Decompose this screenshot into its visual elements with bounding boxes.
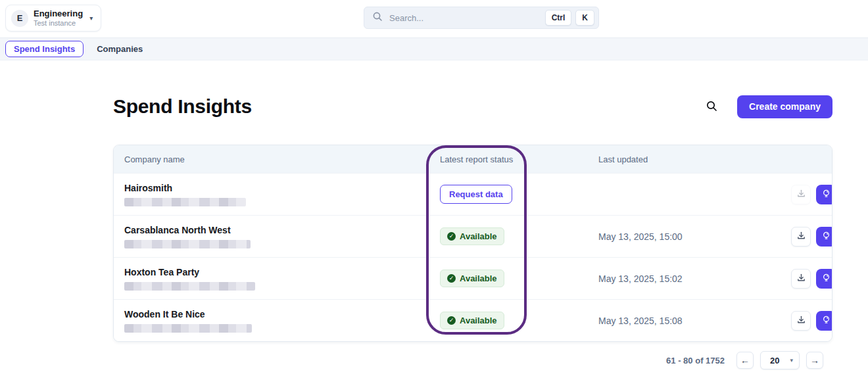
table-header-row: Company name Latest report status Last u… — [114, 145, 832, 173]
org-switcher[interactable]: E Engineering Test instance ▾ — [5, 5, 101, 32]
check-circle-icon: ✓ — [447, 274, 456, 283]
redacted-address — [124, 324, 252, 333]
app-root: E Engineering Test instance ▾ Search... … — [0, 0, 868, 378]
view-insights-button[interactable] — [816, 311, 832, 331]
topbar: E Engineering Test instance ▾ Search... … — [0, 0, 868, 37]
pagination: 61 - 80 of 1752 ← 20 ▾ → — [113, 351, 823, 369]
status-badge: ✓ Available — [440, 270, 504, 287]
company-name: Carsablanca North West — [124, 225, 429, 235]
companies-table: Company name Latest report status Last u… — [113, 145, 832, 342]
create-company-button[interactable]: Create company — [737, 95, 832, 118]
next-page-button[interactable]: → — [806, 352, 823, 369]
redacted-address — [124, 198, 246, 206]
arrow-right-icon: → — [810, 355, 819, 366]
page-size-select[interactable]: 20 ▾ — [760, 351, 800, 369]
lightbulb-icon — [821, 231, 831, 243]
table-row: Hoxton Tea Party ✓ Available May 13, 202… — [114, 257, 832, 299]
check-circle-icon: ✓ — [447, 316, 456, 325]
download-report-button[interactable] — [791, 227, 811, 247]
status-badge: ✓ Available — [440, 312, 504, 329]
page-header: Spend Insights Create company — [113, 92, 832, 121]
table-row: Wooden It Be Nice ✓ Available May 13, 20… — [114, 299, 832, 341]
column-header-latest-report-status: Latest report status — [429, 154, 588, 164]
arrow-left-icon: ← — [740, 355, 750, 366]
status-badge: ✓ Available — [440, 227, 504, 245]
download-icon — [796, 273, 806, 285]
company-name: Wooden It Be Nice — [124, 309, 429, 319]
shortcut-key-ctrl: Ctrl — [545, 10, 572, 26]
check-circle-icon: ✓ — [447, 232, 456, 241]
last-updated-value: May 13, 2025, 15:02 — [588, 273, 781, 284]
table-row: Carsablanca North West ✓ Available May 1… — [114, 215, 832, 257]
table-search-button[interactable] — [704, 99, 719, 115]
view-insights-button[interactable] — [816, 185, 832, 204]
chevron-down-icon: ▾ — [89, 14, 93, 22]
page-size-value: 20 — [770, 356, 779, 366]
org-avatar: E — [11, 10, 28, 27]
company-name: Hairosmith — [124, 183, 429, 193]
tab-spend-insights[interactable]: Spend Insights — [5, 41, 84, 57]
view-insights-button[interactable] — [816, 269, 832, 289]
global-search-input[interactable]: Search... Ctrl K — [364, 7, 599, 29]
pagination-range: 61 - 80 of 1752 — [666, 356, 725, 366]
column-header-company-name: Company name — [114, 154, 429, 164]
org-subtitle: Test instance — [34, 19, 83, 28]
download-icon — [796, 189, 806, 201]
previous-page-button[interactable]: ← — [736, 352, 754, 369]
tab-companies[interactable]: Companies — [97, 44, 143, 54]
chevron-down-icon: ▾ — [790, 357, 793, 364]
search-placeholder: Search... — [389, 13, 541, 23]
download-report-button[interactable] — [791, 311, 811, 331]
view-insights-button[interactable] — [816, 227, 832, 247]
download-icon — [796, 231, 806, 243]
table-row: Hairosmith Request data — [114, 173, 832, 215]
download-report-button[interactable] — [791, 185, 811, 204]
shortcut-key-k: K — [575, 10, 594, 26]
lightbulb-icon — [821, 315, 831, 327]
download-icon — [796, 315, 806, 327]
last-updated-value: May 13, 2025, 15:00 — [588, 231, 781, 242]
request-data-button[interactable]: Request data — [440, 185, 512, 204]
org-name: Engineering — [34, 9, 83, 19]
search-icon — [372, 11, 383, 24]
lightbulb-icon — [821, 189, 831, 201]
redacted-address — [124, 282, 255, 291]
table-body: Hairosmith Request data — [114, 173, 832, 341]
main-nav: Spend Insights Companies — [0, 37, 868, 60]
column-header-last-updated: Last updated — [588, 154, 781, 164]
download-report-button[interactable] — [791, 269, 811, 289]
page-title: Spend Insights — [113, 95, 252, 118]
search-icon — [706, 100, 717, 114]
company-name: Hoxton Tea Party — [124, 267, 429, 277]
last-updated-value: May 13, 2025, 15:08 — [588, 316, 781, 326]
lightbulb-icon — [821, 273, 831, 285]
redacted-address — [124, 240, 251, 248]
